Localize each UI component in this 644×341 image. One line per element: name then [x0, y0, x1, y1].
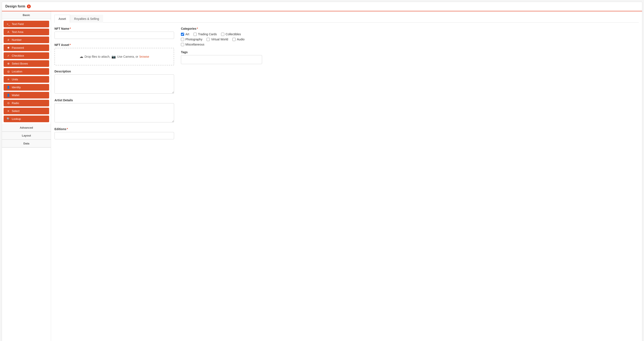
select-boxes-icon: ⊕ [6, 62, 10, 65]
tags-section: Tags [181, 50, 262, 64]
text-field-icon: >_ [6, 22, 10, 26]
file-drop-zone[interactable]: ☁ Drop files to attach, 📷 Use Camera, or… [54, 48, 174, 66]
form-left: NFT Name* NFT Asset* ☁ Drop files to att… [54, 27, 174, 144]
sidebar: Basic >_ Text Field A Text Area # Number… [2, 11, 51, 341]
sidebar-item-label-password: Password [12, 46, 24, 49]
nft-name-required: * [70, 27, 71, 30]
category-checkbox-art[interactable] [181, 33, 184, 36]
text-area-icon: A [6, 30, 10, 34]
sidebar-item-radio[interactable]: ⊙ Radio [4, 100, 49, 106]
category-item-trading-cards[interactable]: Trading Cards [194, 32, 217, 36]
editions-group: Editions* [54, 127, 174, 139]
sidebar-item-label-location: Location [12, 70, 22, 73]
category-label-audio: Audio [237, 38, 244, 41]
description-group: Description [54, 70, 174, 94]
category-item-art[interactable]: Art [181, 32, 189, 36]
category-item-virtual-world[interactable]: Virtual World [206, 38, 228, 41]
tab-royalties-selling[interactable]: Royalties & Selling [70, 15, 103, 23]
app-header: Design form ℹ [2, 2, 642, 11]
sidebar-item-location[interactable]: ◎ Location [4, 68, 49, 75]
category-checkbox-audio[interactable] [232, 38, 236, 41]
sidebar-item-select-boxes[interactable]: ⊕ Select Boxes [4, 60, 49, 67]
category-checkbox-miscellaneous[interactable] [181, 43, 184, 46]
editions-input[interactable] [54, 132, 174, 139]
number-icon: # [6, 38, 10, 42]
sidebar-section-data[interactable]: Data [2, 140, 51, 148]
sidebar-section-advanced[interactable]: Advanced [2, 124, 51, 132]
select-icon: ≡ [6, 110, 10, 112]
sidebar-item-identity[interactable]: 👤 Identity [4, 84, 49, 90]
sidebar-item-label-select: Select [12, 110, 20, 112]
categories-group: Categories* ArtTrading CardsCollectibles… [181, 27, 262, 46]
category-checkbox-virtual-world[interactable] [206, 38, 210, 41]
category-checkbox-collectibles[interactable] [221, 33, 224, 36]
location-icon: ◎ [6, 70, 10, 73]
categories-grid: ArtTrading CardsCollectiblesPhotographyV… [181, 32, 262, 46]
category-label-virtual-world: Virtual World [211, 38, 228, 41]
tags-input[interactable] [181, 55, 262, 64]
browse-link[interactable]: browse [140, 55, 149, 58]
tabs-container: AssetRoyalties & Selling [54, 15, 639, 23]
lookup-icon: 🔍 [6, 117, 10, 120]
categories-label: Categories* [181, 27, 262, 30]
sidebar-item-wallet[interactable]: 👤 Wallet [4, 92, 49, 98]
content-area: AssetRoyalties & Selling NFT Name* [51, 11, 642, 341]
layout-label[interactable]: Layout [2, 132, 51, 140]
identity-icon: 👤 [6, 86, 10, 89]
artist-details-group: Artist Details [54, 98, 174, 123]
sidebar-item-label-number: Number [12, 38, 22, 42]
main-layout: Basic >_ Text Field A Text Area # Number… [2, 11, 642, 341]
nft-asset-required: * [70, 43, 71, 46]
sidebar-item-label-text-area: Text Area [12, 30, 23, 34]
description-textarea[interactable] [54, 74, 174, 94]
category-checkbox-photography[interactable] [181, 38, 184, 41]
sidebar-items-list: >_ Text Field A Text Area # Number ✱ Pas… [2, 19, 51, 124]
radio-icon: ⊙ [6, 102, 10, 105]
data-label[interactable]: Data [2, 140, 51, 148]
sidebar-item-text-area[interactable]: A Text Area [4, 29, 49, 35]
categories-required: * [197, 27, 198, 30]
nft-asset-label: NFT Asset* [54, 43, 174, 46]
artist-details-textarea[interactable] [54, 103, 174, 122]
nft-name-label: NFT Name* [54, 27, 174, 30]
sidebar-item-checkbox[interactable]: ✓ Checkbox [4, 52, 49, 59]
sidebar-item-units[interactable]: ≡ Units [4, 76, 49, 83]
category-item-audio[interactable]: Audio [232, 38, 244, 41]
drop-text: Drop files to attach, [84, 55, 110, 58]
category-item-collectibles[interactable]: Collectibles [221, 32, 241, 36]
tags-label: Tags [181, 50, 262, 54]
category-label-art: Art [186, 32, 189, 36]
sidebar-item-number[interactable]: # Number [4, 36, 49, 43]
artist-details-label: Artist Details [54, 98, 174, 102]
sidebar-item-label-units: Units [12, 78, 18, 81]
category-item-miscellaneous[interactable]: Miscellaneous [181, 43, 204, 46]
nft-name-group: NFT Name* [54, 27, 174, 39]
sidebar-item-select[interactable]: ≡ Select [4, 108, 49, 114]
category-label-collectibles: Collectibles [226, 32, 241, 36]
sidebar-item-label-radio: Radio [12, 102, 19, 105]
advanced-label[interactable]: Advanced [2, 124, 51, 132]
upload-icon: ☁ [80, 54, 83, 59]
form-layout: NFT Name* NFT Asset* ☁ Drop files to att… [54, 27, 639, 144]
tab-asset[interactable]: Asset [54, 15, 70, 23]
nft-asset-group: NFT Asset* ☁ Drop files to attach, 📷 Use… [54, 43, 174, 66]
description-label: Description [54, 70, 174, 73]
category-label-photography: Photography [186, 38, 202, 41]
sidebar-item-label-wallet: Wallet [12, 94, 20, 97]
category-item-photography[interactable]: Photography [181, 38, 202, 41]
wallet-icon: 👤 [6, 94, 10, 97]
nft-name-input[interactable] [54, 32, 174, 39]
sidebar-item-password[interactable]: ✱ Password [4, 44, 49, 51]
sidebar-section-basic[interactable]: Basic [2, 11, 51, 19]
editions-required: * [67, 127, 68, 131]
sidebar-section-layout[interactable]: Layout [2, 132, 51, 140]
info-icon: ℹ [27, 4, 31, 8]
checkbox-icon: ✓ [6, 54, 10, 57]
sidebar-item-lookup[interactable]: 🔍 Lookup [4, 116, 49, 122]
sidebar-item-text-field[interactable]: >_ Text Field [4, 21, 49, 27]
category-checkbox-trading-cards[interactable] [194, 33, 197, 36]
sidebar-item-label-text-field: Text Field [12, 22, 24, 26]
sidebar-item-label-select-boxes: Select Boxes [12, 62, 28, 65]
units-icon: ≡ [6, 78, 10, 81]
sidebar-item-label-identity: Identity [12, 86, 21, 89]
